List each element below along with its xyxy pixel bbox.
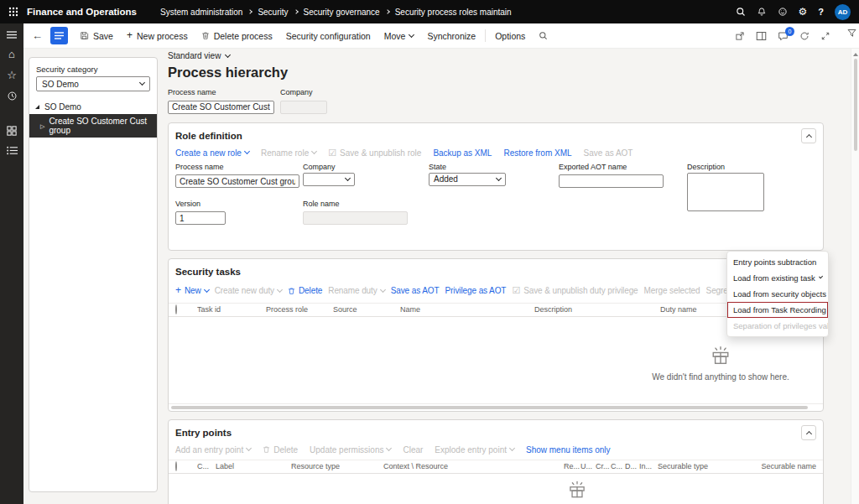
- chevron-down-icon: [311, 148, 317, 154]
- breadcrumb-item[interactable]: Security governance: [304, 8, 380, 17]
- delete-task-button[interactable]: Delete: [288, 286, 322, 295]
- menu-item-entry-points-subtraction[interactable]: Entry points subtraction: [727, 254, 828, 270]
- rd-state-select[interactable]: Added: [429, 173, 506, 186]
- synchronize-button[interactable]: Synchronize: [420, 23, 482, 48]
- rd-company-select[interactable]: [303, 173, 355, 186]
- column-header[interactable]: Name: [400, 305, 534, 314]
- column-header[interactable]: C...: [197, 462, 216, 470]
- column-header[interactable]: Cr...: [596, 462, 611, 470]
- column-header[interactable]: Resource type: [291, 462, 383, 470]
- scroll-up-arrow[interactable]: [853, 53, 858, 56]
- column-header[interactable]: Securable name: [752, 462, 816, 470]
- menu-item-separation-of-privileges-validation: Separation of privileges validation: [727, 318, 828, 334]
- open-in-new-window-icon[interactable]: [756, 31, 767, 41]
- view-selector[interactable]: Standard view: [168, 51, 824, 60]
- rd-state-label: State: [429, 163, 506, 171]
- new-task-button[interactable]: + New: [175, 286, 209, 295]
- column-header[interactable]: Source: [333, 305, 400, 314]
- hamburger-icon[interactable]: [7, 31, 17, 39]
- create-new-role-button[interactable]: Create a new role: [175, 148, 249, 158]
- column-header[interactable]: D...: [625, 462, 639, 470]
- save-label: Save: [93, 31, 113, 41]
- security-tasks-grid-header: Task id Process role Source Name Descrip…: [169, 303, 823, 317]
- gear-icon[interactable]: ⚙: [799, 7, 808, 17]
- backup-as-xml-button[interactable]: Backup as XML: [433, 148, 492, 158]
- chevron-down-icon: [386, 445, 392, 451]
- rd-exported-aot-label: Exported AOT name: [559, 163, 664, 171]
- process-name-input[interactable]: [168, 101, 274, 114]
- column-header[interactable]: Re...: [564, 462, 580, 470]
- column-header[interactable]: Description: [534, 305, 660, 314]
- show-menu-items-only-button[interactable]: Show menu items only: [526, 445, 611, 455]
- tree-root-node[interactable]: SO Demo: [29, 100, 157, 114]
- privilege-as-aot-button[interactable]: Privilege as AOT: [445, 286, 507, 295]
- save-button[interactable]: Save: [73, 23, 120, 48]
- scrollbar-thumb[interactable]: [854, 59, 857, 151]
- collapse-section-button[interactable]: [801, 128, 816, 143]
- rd-company-label: Company: [303, 163, 355, 171]
- column-header[interactable]: Context \ Resource: [383, 462, 564, 470]
- feedback-smiley-icon[interactable]: [778, 7, 788, 17]
- checkbox-icon: ☑: [512, 286, 520, 295]
- column-header[interactable]: Task id: [197, 305, 266, 314]
- chevron-down-icon: [380, 286, 386, 292]
- column-header[interactable]: Process role: [266, 305, 333, 314]
- help-icon[interactable]: ?: [818, 8, 824, 17]
- save-as-aot-button[interactable]: Save as AOT: [391, 286, 440, 295]
- category-dropdown[interactable]: SO Demo: [36, 76, 150, 91]
- rd-process-name-input[interactable]: [175, 174, 299, 188]
- select-all-radio[interactable]: [175, 304, 177, 314]
- page-search-icon[interactable]: [532, 23, 554, 48]
- column-header[interactable]: C...: [611, 462, 625, 470]
- rd-exported-aot-field: Exported AOT name: [559, 163, 664, 189]
- modules-icon[interactable]: [7, 126, 17, 136]
- star-icon[interactable]: ☆: [7, 70, 17, 81]
- restore-from-xml-button[interactable]: Restore from XML: [503, 148, 571, 158]
- list-icon[interactable]: [7, 146, 18, 155]
- tree-child-node-selected[interactable]: ▷ Create SO Customer Cust group: [29, 114, 157, 138]
- entry-points-grid-header: C... Label Resource type Context \ Resou…: [169, 460, 823, 474]
- column-header[interactable]: Label: [216, 462, 291, 470]
- rd-description-label: Description: [687, 163, 764, 171]
- avatar[interactable]: AD: [835, 4, 851, 20]
- column-header[interactable]: Securable type: [658, 462, 752, 470]
- action-pane-menu-button[interactable]: [50, 27, 68, 44]
- rd-version-input[interactable]: [175, 211, 226, 225]
- process-name-field: Process name: [168, 88, 274, 114]
- vertical-scrollbar[interactable]: [851, 49, 859, 504]
- expand-icon[interactable]: [820, 31, 830, 41]
- rd-description-input[interactable]: [687, 173, 764, 211]
- app-launcher-icon[interactable]: [0, 0, 27, 23]
- column-header[interactable]: U...: [580, 462, 596, 470]
- share-icon[interactable]: [735, 31, 745, 41]
- new-process-button[interactable]: + New process: [120, 23, 195, 48]
- breadcrumb-item[interactable]: System administration: [160, 8, 242, 17]
- column-header[interactable]: In...: [639, 462, 658, 470]
- home-icon[interactable]: ⌂: [8, 49, 15, 60]
- select-all-radio[interactable]: [175, 461, 177, 471]
- rd-exported-aot-input[interactable]: [559, 174, 664, 188]
- menu-item-load-from-task-recording[interactable]: Load from Task Recording: [727, 302, 828, 318]
- menu-item-load-from-security-objects[interactable]: Load from security objects: [727, 286, 828, 302]
- filter-icon[interactable]: [846, 28, 857, 39]
- collapse-section-button[interactable]: [801, 425, 816, 440]
- rd-role-name-field: Role name: [303, 200, 408, 226]
- search-icon[interactable]: [736, 7, 746, 17]
- bell-icon[interactable]: [757, 7, 767, 17]
- app-title[interactable]: Finance and Operations: [27, 7, 137, 17]
- refresh-icon[interactable]: [799, 31, 810, 41]
- new-process-label: New process: [137, 31, 188, 41]
- options-button[interactable]: Options: [488, 23, 532, 48]
- clock-icon[interactable]: [7, 91, 18, 101]
- attachments-icon[interactable]: 0: [778, 31, 789, 41]
- menu-item-load-from-existing-task[interactable]: Load from existing task: [727, 270, 828, 286]
- breadcrumb-item[interactable]: Security: [258, 8, 288, 17]
- chevron-down-icon: [139, 80, 145, 86]
- horizontal-scrollbar[interactable]: [169, 403, 823, 411]
- security-configuration-button[interactable]: Security configuration: [279, 23, 377, 48]
- delete-process-button[interactable]: Delete process: [195, 23, 279, 48]
- save-icon: [80, 31, 89, 40]
- move-menu-button[interactable]: Move: [377, 23, 421, 48]
- back-arrow-icon[interactable]: ←: [23, 29, 49, 42]
- breadcrumb-item[interactable]: Security process roles maintain: [395, 8, 512, 17]
